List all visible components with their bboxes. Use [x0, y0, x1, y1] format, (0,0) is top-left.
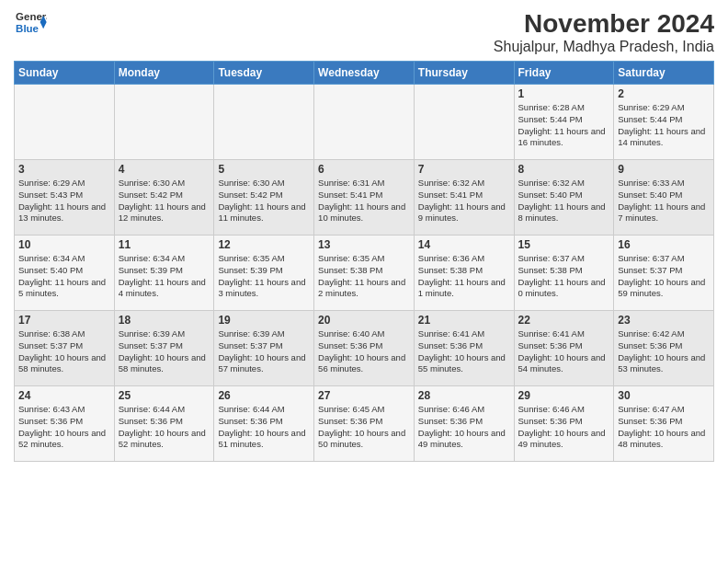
- day-number: 16: [618, 238, 710, 251]
- calendar-cell: 23Sunrise: 6:42 AM Sunset: 5:36 PM Dayli…: [614, 311, 714, 386]
- day-number: 7: [418, 163, 510, 176]
- day-number: 12: [218, 238, 310, 251]
- day-info: Sunrise: 6:37 AM Sunset: 5:38 PM Dayligh…: [518, 253, 610, 300]
- day-number: 9: [618, 163, 710, 176]
- day-number: 28: [418, 389, 510, 402]
- calendar-cell: [214, 85, 314, 160]
- main-title: November 2024: [494, 9, 714, 39]
- day-info: Sunrise: 6:34 AM Sunset: 5:40 PM Dayligh…: [18, 253, 110, 300]
- calendar-cell: [114, 85, 214, 160]
- calendar-cell: 1Sunrise: 6:28 AM Sunset: 5:44 PM Daylig…: [514, 85, 614, 160]
- day-number: 5: [218, 163, 310, 176]
- calendar-cell: 20Sunrise: 6:40 AM Sunset: 5:36 PM Dayli…: [314, 311, 415, 386]
- day-number: 29: [518, 389, 610, 402]
- day-info: Sunrise: 6:45 AM Sunset: 5:36 PM Dayligh…: [318, 404, 410, 451]
- day-number: 17: [18, 314, 110, 327]
- calendar-cell: 4Sunrise: 6:30 AM Sunset: 5:42 PM Daylig…: [114, 160, 214, 236]
- calendar-cell: 27Sunrise: 6:45 AM Sunset: 5:36 PM Dayli…: [314, 386, 415, 462]
- calendar-cell: 17Sunrise: 6:38 AM Sunset: 5:37 PM Dayli…: [15, 311, 115, 386]
- calendar-cell: [314, 85, 415, 160]
- calendar-cell: [15, 85, 115, 160]
- day-number: 23: [618, 314, 710, 327]
- day-number: 8: [518, 163, 610, 176]
- day-info: Sunrise: 6:41 AM Sunset: 5:36 PM Dayligh…: [518, 328, 610, 375]
- calendar-cell: 15Sunrise: 6:37 AM Sunset: 5:38 PM Dayli…: [514, 236, 614, 311]
- day-number: 22: [518, 314, 610, 327]
- weekday-header-tuesday: Tuesday: [214, 62, 314, 85]
- subtitle: Shujalpur, Madhya Pradesh, India: [494, 39, 714, 55]
- header: General Blue November 2024 Shujalpur, Ma…: [14, 9, 714, 55]
- day-info: Sunrise: 6:37 AM Sunset: 5:37 PM Dayligh…: [618, 253, 710, 300]
- title-area: November 2024 Shujalpur, Madhya Pradesh,…: [494, 9, 714, 55]
- week-row-1: 1Sunrise: 6:28 AM Sunset: 5:44 PM Daylig…: [15, 85, 714, 160]
- calendar-cell: 6Sunrise: 6:31 AM Sunset: 5:41 PM Daylig…: [314, 160, 415, 236]
- day-number: 18: [119, 314, 210, 327]
- day-info: Sunrise: 6:40 AM Sunset: 5:36 PM Dayligh…: [318, 328, 410, 375]
- day-number: 24: [18, 389, 110, 402]
- calendar-body: 1Sunrise: 6:28 AM Sunset: 5:44 PM Daylig…: [15, 85, 714, 462]
- calendar-cell: 21Sunrise: 6:41 AM Sunset: 5:36 PM Dayli…: [414, 311, 514, 386]
- day-info: Sunrise: 6:30 AM Sunset: 5:42 PM Dayligh…: [119, 178, 210, 224]
- week-row-4: 17Sunrise: 6:38 AM Sunset: 5:37 PM Dayli…: [15, 311, 714, 386]
- calendar-cell: 14Sunrise: 6:36 AM Sunset: 5:38 PM Dayli…: [414, 236, 514, 311]
- weekday-header-sunday: Sunday: [15, 62, 115, 85]
- calendar-cell: 8Sunrise: 6:32 AM Sunset: 5:40 PM Daylig…: [514, 160, 614, 236]
- week-row-5: 24Sunrise: 6:43 AM Sunset: 5:36 PM Dayli…: [15, 386, 714, 462]
- day-info: Sunrise: 6:34 AM Sunset: 5:39 PM Dayligh…: [119, 253, 210, 300]
- calendar-cell: 18Sunrise: 6:39 AM Sunset: 5:37 PM Dayli…: [114, 311, 214, 386]
- day-info: Sunrise: 6:44 AM Sunset: 5:36 PM Dayligh…: [218, 404, 310, 451]
- day-number: 27: [318, 389, 410, 402]
- calendar-cell: 12Sunrise: 6:35 AM Sunset: 5:39 PM Dayli…: [214, 236, 314, 311]
- weekday-header-monday: Monday: [114, 62, 214, 85]
- calendar-cell: 22Sunrise: 6:41 AM Sunset: 5:36 PM Dayli…: [514, 311, 614, 386]
- calendar-cell: 29Sunrise: 6:46 AM Sunset: 5:36 PM Dayli…: [514, 386, 614, 462]
- day-info: Sunrise: 6:39 AM Sunset: 5:37 PM Dayligh…: [119, 328, 210, 375]
- weekday-header-saturday: Saturday: [614, 62, 714, 85]
- svg-text:Blue: Blue: [16, 23, 39, 34]
- day-info: Sunrise: 6:30 AM Sunset: 5:42 PM Dayligh…: [218, 178, 310, 224]
- day-info: Sunrise: 6:29 AM Sunset: 5:44 PM Dayligh…: [618, 102, 710, 149]
- day-info: Sunrise: 6:44 AM Sunset: 5:36 PM Dayligh…: [119, 404, 210, 451]
- day-info: Sunrise: 6:47 AM Sunset: 5:36 PM Dayligh…: [618, 404, 710, 451]
- day-number: 19: [218, 314, 310, 327]
- calendar-cell: 7Sunrise: 6:32 AM Sunset: 5:41 PM Daylig…: [414, 160, 514, 236]
- day-number: 11: [119, 238, 210, 251]
- day-number: 20: [318, 314, 410, 327]
- calendar-table: SundayMondayTuesdayWednesdayThursdayFrid…: [14, 61, 714, 462]
- day-info: Sunrise: 6:31 AM Sunset: 5:41 PM Dayligh…: [318, 178, 410, 224]
- calendar-cell: 10Sunrise: 6:34 AM Sunset: 5:40 PM Dayli…: [15, 236, 115, 311]
- calendar-cell: 3Sunrise: 6:29 AM Sunset: 5:43 PM Daylig…: [15, 160, 115, 236]
- calendar-cell: 24Sunrise: 6:43 AM Sunset: 5:36 PM Dayli…: [15, 386, 115, 462]
- day-info: Sunrise: 6:42 AM Sunset: 5:36 PM Dayligh…: [618, 328, 710, 375]
- weekday-row: SundayMondayTuesdayWednesdayThursdayFrid…: [15, 62, 714, 85]
- day-number: 13: [318, 238, 410, 251]
- calendar-header: SundayMondayTuesdayWednesdayThursdayFrid…: [15, 62, 714, 85]
- calendar-cell: 30Sunrise: 6:47 AM Sunset: 5:36 PM Dayli…: [614, 386, 714, 462]
- weekday-header-friday: Friday: [514, 62, 614, 85]
- day-info: Sunrise: 6:36 AM Sunset: 5:38 PM Dayligh…: [418, 253, 510, 300]
- page: General Blue November 2024 Shujalpur, Ma…: [0, 0, 728, 563]
- day-info: Sunrise: 6:46 AM Sunset: 5:36 PM Dayligh…: [518, 404, 610, 451]
- calendar-cell: 26Sunrise: 6:44 AM Sunset: 5:36 PM Dayli…: [214, 386, 314, 462]
- day-info: Sunrise: 6:46 AM Sunset: 5:36 PM Dayligh…: [418, 404, 510, 451]
- calendar-cell: 28Sunrise: 6:46 AM Sunset: 5:36 PM Dayli…: [414, 386, 514, 462]
- calendar-cell: 9Sunrise: 6:33 AM Sunset: 5:40 PM Daylig…: [614, 160, 714, 236]
- day-info: Sunrise: 6:41 AM Sunset: 5:36 PM Dayligh…: [418, 328, 510, 375]
- day-info: Sunrise: 6:43 AM Sunset: 5:36 PM Dayligh…: [18, 404, 110, 451]
- day-info: Sunrise: 6:28 AM Sunset: 5:44 PM Dayligh…: [518, 102, 610, 149]
- calendar-cell: 2Sunrise: 6:29 AM Sunset: 5:44 PM Daylig…: [614, 85, 714, 160]
- weekday-header-wednesday: Wednesday: [314, 62, 415, 85]
- day-number: 1: [518, 87, 610, 100]
- day-number: 14: [418, 238, 510, 251]
- calendar-cell: 25Sunrise: 6:44 AM Sunset: 5:36 PM Dayli…: [114, 386, 214, 462]
- day-info: Sunrise: 6:39 AM Sunset: 5:37 PM Dayligh…: [218, 328, 310, 375]
- day-number: 3: [18, 163, 110, 176]
- day-number: 21: [418, 314, 510, 327]
- calendar-cell: [414, 85, 514, 160]
- day-number: 30: [618, 389, 710, 402]
- day-info: Sunrise: 6:32 AM Sunset: 5:41 PM Dayligh…: [418, 178, 510, 224]
- day-number: 6: [318, 163, 410, 176]
- day-number: 2: [618, 87, 710, 100]
- calendar-cell: 19Sunrise: 6:39 AM Sunset: 5:37 PM Dayli…: [214, 311, 314, 386]
- weekday-header-thursday: Thursday: [414, 62, 514, 85]
